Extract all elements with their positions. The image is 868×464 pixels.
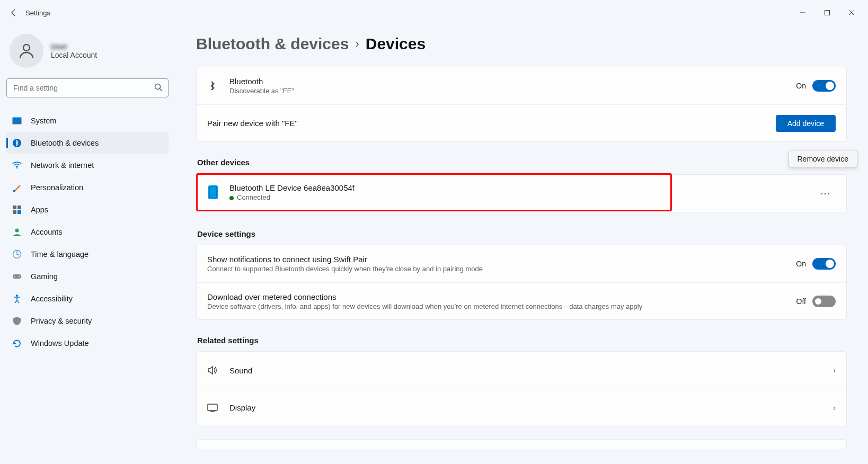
breadcrumb: Bluetooth & devices › Devices [196, 35, 847, 53]
related-display-label: Display [229, 403, 833, 412]
gamepad-icon [12, 271, 22, 282]
bluetooth-icon [12, 138, 22, 148]
device-name: Bluetooth LE Device 6ea8ea30054f [229, 183, 660, 192]
svg-rect-5 [13, 118, 22, 123]
shield-icon [12, 316, 22, 326]
svg-rect-13 [17, 210, 21, 214]
sidebar-item-time-language[interactable]: Time & language [6, 244, 169, 265]
sidebar-item-windows-update[interactable]: Windows Update [6, 333, 169, 354]
svg-line-4 [160, 89, 163, 92]
bluetooth-icon [207, 81, 218, 91]
apps-icon [12, 204, 22, 215]
sidebar-item-label: System [31, 117, 56, 125]
sidebar-item-accounts[interactable]: Accounts [6, 221, 169, 243]
svg-rect-20 [208, 404, 217, 411]
sidebar-item-bluetooth-devices[interactable]: Bluetooth & devices [6, 132, 169, 154]
svg-point-19 [16, 295, 18, 297]
device-more-button[interactable]: ⋯ [814, 183, 836, 204]
status-dot-icon [229, 196, 234, 200]
brush-icon [12, 182, 22, 193]
sidebar-item-label: Accessibility [31, 295, 73, 303]
section-related-settings: Related settings [197, 336, 847, 345]
bluetooth-subtitle: Discoverable as "FE" [229, 87, 796, 95]
add-device-button[interactable]: Add device [776, 115, 836, 132]
svg-rect-6 [13, 123, 22, 124]
svg-rect-1 [825, 11, 830, 15]
svg-rect-16 [13, 274, 21, 279]
tooltip-remove-device: Remove device [789, 150, 858, 168]
search-wrap [6, 78, 169, 97]
avatar-icon [10, 34, 43, 68]
display-icon [207, 403, 218, 413]
svg-point-3 [155, 84, 161, 90]
minimize-button[interactable] [791, 4, 815, 21]
svg-point-17 [14, 276, 15, 277]
swift-pair-state-label: On [796, 260, 806, 268]
metered-title: Download over metered connections [207, 292, 796, 301]
svg-point-14 [15, 229, 19, 233]
related-display-row[interactable]: Display › [197, 389, 846, 426]
search-icon [154, 83, 163, 94]
related-sound-label: Sound [229, 366, 833, 375]
bluetooth-state-label: On [796, 82, 806, 90]
person-icon [12, 227, 22, 237]
svg-rect-11 [17, 206, 21, 209]
svg-rect-9 [13, 190, 15, 192]
sidebar-item-apps[interactable]: Apps [6, 199, 169, 220]
svg-point-2 [23, 44, 30, 51]
back-button[interactable] [4, 3, 23, 22]
sidebar: User Local Account System Bluetooth & de… [0, 25, 175, 464]
sidebar-item-personalization[interactable]: Personalization [6, 177, 169, 198]
section-other-devices: Other devices [197, 158, 847, 167]
related-sound-row[interactable]: Sound › [197, 352, 846, 389]
globe-clock-icon [12, 249, 22, 260]
content: Bluetooth & devices › Devices Bluetooth … [175, 25, 868, 464]
sidebar-item-label: Personalization [31, 183, 83, 192]
sidebar-item-label: Bluetooth & devices [31, 139, 99, 147]
page-title: Devices [366, 35, 426, 53]
bluetooth-toggle[interactable] [812, 80, 836, 92]
phone-icon [208, 185, 218, 199]
sidebar-item-label: Apps [31, 206, 48, 214]
close-button[interactable] [839, 4, 864, 21]
sidebar-item-label: Time & language [31, 250, 88, 258]
breadcrumb-parent[interactable]: Bluetooth & devices [196, 35, 349, 53]
sidebar-item-label: Network & internet [31, 161, 94, 169]
sidebar-item-privacy[interactable]: Privacy & security [6, 310, 169, 332]
sidebar-item-label: Windows Update [31, 339, 89, 347]
pair-text: Pair new device with "FE" [207, 119, 776, 128]
titlebar: Settings [0, 0, 868, 25]
swift-pair-title: Show notifications to connect using Swif… [207, 255, 796, 264]
profile-subtitle: Local Account [51, 51, 97, 59]
sidebar-item-label: Privacy & security [31, 317, 92, 325]
sidebar-item-system[interactable]: System [6, 110, 169, 131]
svg-point-8 [16, 167, 17, 168]
swift-pair-toggle[interactable] [812, 258, 836, 270]
bluetooth-row: Bluetooth Discoverable as "FE" On [197, 67, 846, 104]
svg-rect-10 [13, 206, 16, 209]
sidebar-item-accessibility[interactable]: Accessibility [6, 288, 169, 309]
chevron-right-icon: › [355, 37, 359, 51]
sidebar-item-gaming[interactable]: Gaming [6, 266, 169, 287]
metered-row: Download over metered connections Device… [197, 282, 846, 319]
bluetooth-title: Bluetooth [229, 77, 796, 86]
metered-toggle[interactable] [812, 296, 836, 307]
display-icon [12, 115, 22, 126]
window-title: Settings [25, 9, 50, 17]
svg-rect-12 [13, 210, 16, 214]
update-icon [12, 338, 22, 349]
swift-pair-subtitle: Connect to supported Bluetooth devices q… [207, 265, 796, 273]
maximize-button[interactable] [815, 4, 839, 21]
chevron-right-icon: › [833, 404, 836, 412]
accessibility-icon [12, 293, 22, 304]
device-status: Connected [229, 193, 660, 201]
profile-block[interactable]: User Local Account [6, 30, 169, 78]
metered-subtitle: Device software (drivers, info, and apps… [207, 302, 796, 310]
search-input[interactable] [6, 78, 169, 97]
sidebar-item-label: Accounts [31, 228, 63, 236]
sidebar-item-network[interactable]: Network & internet [6, 155, 169, 176]
device-card-highlighted: Bluetooth LE Device 6ea8ea30054f Connect… [196, 173, 672, 211]
swift-pair-row: Show notifications to connect using Swif… [197, 245, 846, 282]
profile-name: User [51, 42, 97, 51]
metered-state-label: Off [796, 297, 806, 306]
